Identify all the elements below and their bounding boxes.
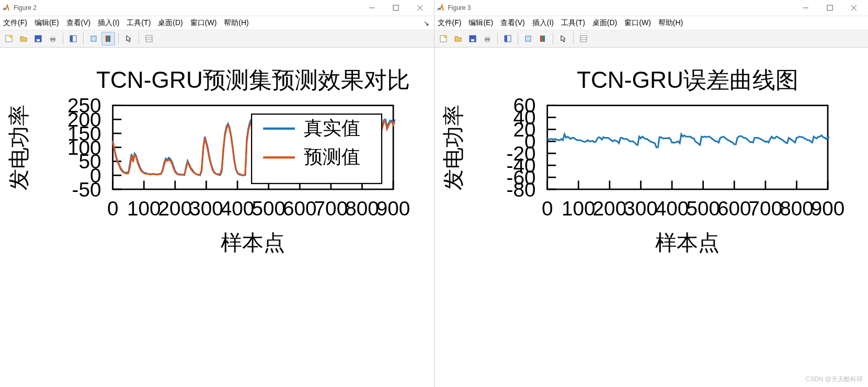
svg-text:100: 100 (561, 197, 595, 220)
menu-file[interactable]: 文件(F) (3, 18, 27, 28)
colorbar-icon[interactable] (101, 32, 115, 45)
svg-text:600: 600 (717, 197, 751, 220)
svg-rect-72 (486, 36, 489, 38)
menu-view[interactable]: 查看(V) (500, 18, 525, 28)
chart-error: 0100200300400500600700800900-80-60-40-20… (435, 48, 869, 265)
svg-rect-83 (547, 106, 827, 189)
new-figure-icon[interactable] (2, 32, 16, 45)
menu-tools[interactable]: 工具(T) (561, 18, 585, 28)
window-title: Figure 2 (14, 4, 360, 12)
svg-rect-76 (526, 36, 531, 41)
svg-point-5 (9, 35, 13, 38)
svg-text:500: 500 (686, 197, 720, 220)
dock-icon[interactable] (501, 32, 515, 45)
minimize-button[interactable] (794, 0, 818, 16)
window-title: Figure 3 (448, 4, 794, 12)
menu-desktop[interactable]: 桌面(D) (158, 18, 182, 28)
menubar: 文件(F) 编辑(E) 查看(V) 插入(I) 工具(T) 桌面(D) 窗口(W… (435, 16, 869, 30)
toolbar (0, 30, 434, 48)
menu-edit[interactable]: 编辑(E) (35, 18, 59, 28)
colorbar-icon[interactable] (536, 32, 550, 45)
plot-area[interactable]: 0100200300400500600700800900-50050100150… (0, 48, 434, 387)
figure-window-2: Figure 2 文件(F) 编辑(E) 查看(V) 插入(I) 工具(T) 桌… (0, 0, 435, 387)
menu-desktop[interactable]: 桌面(D) (592, 18, 617, 28)
svg-text:800: 800 (345, 197, 379, 220)
new-figure-icon[interactable] (437, 32, 450, 45)
menu-file[interactable]: 文件(F) (438, 18, 462, 28)
open-icon[interactable] (451, 32, 465, 45)
svg-rect-78 (542, 36, 543, 42)
svg-point-68 (444, 35, 447, 38)
svg-text:0: 0 (107, 197, 119, 220)
svg-text:600: 600 (283, 197, 317, 220)
menu-help[interactable]: 帮助(H) (658, 18, 683, 28)
svg-rect-15 (107, 36, 109, 42)
svg-text:900: 900 (810, 197, 844, 220)
svg-rect-16 (109, 36, 110, 42)
menu-tools[interactable]: 工具(T) (127, 18, 151, 28)
svg-text:800: 800 (780, 197, 814, 220)
datatip-icon[interactable] (521, 32, 535, 45)
maximize-button[interactable] (818, 0, 842, 16)
svg-rect-17 (146, 36, 152, 42)
matlab-icon (2, 4, 10, 12)
matlab-icon (437, 4, 445, 12)
pointer-icon[interactable] (556, 32, 570, 45)
svg-text:真实值: 真实值 (304, 117, 360, 139)
svg-rect-73 (486, 40, 489, 42)
svg-text:250: 250 (67, 94, 101, 117)
figure-window-3: Figure 3 文件(F) 编辑(E) 查看(V) 插入(I) 工具(T) 桌… (435, 0, 869, 387)
save-icon[interactable] (466, 32, 479, 45)
print-icon[interactable] (46, 32, 60, 45)
save-icon[interactable] (31, 32, 45, 45)
maximize-button[interactable] (384, 0, 408, 16)
svg-text:300: 300 (189, 197, 223, 220)
menu-overflow-icon[interactable]: ↘ (424, 19, 431, 27)
menu-edit[interactable]: 编辑(E) (469, 18, 493, 28)
svg-rect-79 (543, 36, 545, 42)
properties-icon[interactable] (577, 32, 590, 45)
open-icon[interactable] (17, 32, 30, 45)
svg-text:100: 100 (127, 197, 161, 220)
menubar: 文件(F) 编辑(E) 查看(V) 插入(I) 工具(T) 桌面(D) 窗口(W… (0, 16, 434, 30)
svg-rect-13 (91, 36, 96, 41)
svg-rect-77 (540, 36, 542, 42)
datatip-icon[interactable] (87, 32, 100, 45)
toolbar (435, 30, 869, 48)
svg-text:700: 700 (748, 197, 782, 220)
svg-text:0: 0 (541, 197, 553, 220)
menu-insert[interactable]: 插入(I) (98, 18, 119, 28)
close-button[interactable] (408, 0, 432, 16)
svg-text:TCN-GRU预测集预测效果对比: TCN-GRU预测集预测效果对比 (96, 67, 410, 93)
menu-help[interactable]: 帮助(H) (224, 18, 248, 28)
titlebar[interactable]: Figure 3 (435, 0, 869, 16)
menu-view[interactable]: 查看(V) (66, 18, 91, 28)
svg-text:400: 400 (221, 197, 255, 220)
menu-window[interactable]: 窗口(W) (624, 18, 651, 28)
dock-icon[interactable] (66, 32, 80, 45)
print-icon[interactable] (481, 32, 494, 45)
svg-text:500: 500 (252, 197, 285, 220)
svg-text:样本点: 样本点 (221, 230, 285, 255)
svg-rect-10 (51, 40, 54, 42)
svg-text:发电功率: 发电功率 (440, 105, 465, 190)
menu-window[interactable]: 窗口(W) (190, 18, 217, 28)
minimize-button[interactable] (360, 0, 384, 16)
desktop: Figure 2 文件(F) 编辑(E) 查看(V) 插入(I) 工具(T) 桌… (0, 0, 868, 387)
watermark: CSDN @天天酷科研 (805, 375, 863, 384)
svg-text:TCN-GRU误差曲线图: TCN-GRU误差曲线图 (576, 67, 798, 93)
menu-insert[interactable]: 插入(I) (532, 18, 554, 28)
svg-rect-1 (393, 5, 398, 10)
properties-icon[interactable] (142, 32, 156, 45)
svg-rect-70 (471, 39, 474, 41)
close-button[interactable] (842, 0, 866, 16)
svg-text:700: 700 (314, 197, 348, 220)
svg-text:200: 200 (592, 197, 626, 220)
svg-text:预测值: 预测值 (304, 146, 360, 167)
svg-text:300: 300 (624, 197, 658, 220)
pointer-icon[interactable] (122, 32, 135, 45)
titlebar[interactable]: Figure 2 (0, 0, 434, 16)
svg-rect-14 (106, 36, 107, 42)
plot-area[interactable]: 0100200300400500600700800900-80-60-40-20… (435, 48, 869, 387)
svg-rect-7 (37, 39, 40, 41)
